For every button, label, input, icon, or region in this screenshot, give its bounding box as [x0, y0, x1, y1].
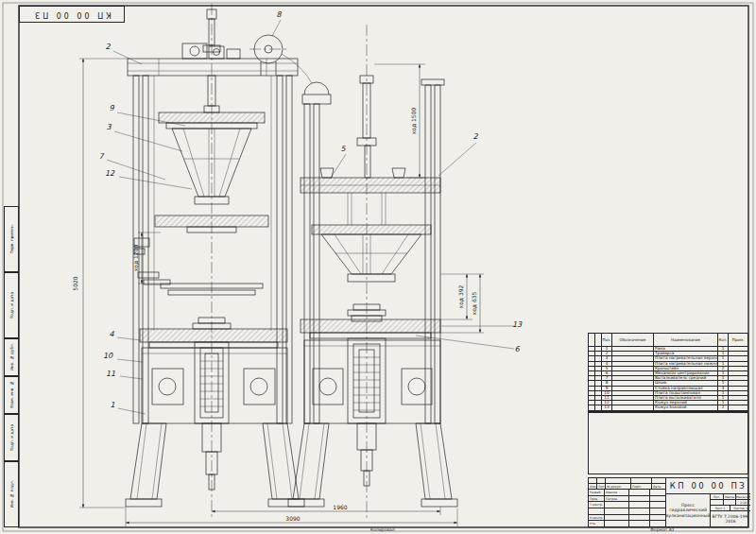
- title-block-row: Пров. Петров: [589, 496, 665, 503]
- sheets-cell: Листов 1: [730, 506, 750, 510]
- table-cell: 1: [718, 396, 729, 400]
- table-cell: [612, 347, 654, 351]
- table-cell: [589, 362, 595, 366]
- table-header-cell: [589, 334, 595, 346]
- title-block-cell: [629, 515, 650, 521]
- scale-value: 1:10: [736, 500, 750, 505]
- title-block-cell: [650, 515, 665, 521]
- sheets-label: Листов: [733, 507, 745, 510]
- margin-stamp: Подп. и дата: [4, 414, 19, 461]
- title-block-row: Разраб. Иванов: [589, 490, 665, 496]
- table-cell: [595, 381, 602, 385]
- table-cell: 1: [718, 352, 729, 355]
- sheet-cell: Лист 1: [711, 506, 730, 510]
- table-cell: 1: [718, 356, 729, 360]
- table-cell: 1: [718, 381, 729, 385]
- table-cell: [612, 371, 654, 375]
- title-block-cell: [629, 496, 650, 502]
- title-block-cell: [629, 502, 650, 508]
- copied-by-note: Копировал: [370, 527, 395, 532]
- role-label: Н.контр.: [589, 515, 605, 521]
- title-block-cell: [631, 478, 652, 483]
- table-cell: [595, 387, 602, 390]
- margin-stamp-label: Подп. и дата: [9, 424, 14, 452]
- table-row: [589, 412, 747, 413]
- table-cell: Траверса: [654, 352, 718, 355]
- table-cell: [729, 381, 747, 385]
- sheet-value: 1: [724, 507, 726, 510]
- table-cell: Шкив: [654, 381, 718, 385]
- table-cell: [729, 405, 747, 409]
- table-cell: 4: [718, 387, 729, 390]
- margin-stamp: Инв. № дубл.: [4, 338, 19, 376]
- table-cell: 7: [602, 376, 612, 380]
- margin-stamp: Подп. и дата: [4, 272, 19, 338]
- table-cell: 12: [602, 401, 612, 405]
- table-cell: [589, 391, 595, 395]
- title-block-revision-area: Изм. Лист № докум. Подп. Дата Разраб. Ив…: [589, 478, 665, 526]
- table-header-cell: Обозначение: [612, 334, 654, 346]
- title-block-cell: [606, 478, 631, 483]
- table-cell: [589, 381, 595, 385]
- table-cell: Стойка направляющая: [654, 387, 718, 390]
- center-lines: [212, 4, 367, 518]
- title-block-cell: [650, 521, 665, 526]
- margin-stamp-label: Перв. примен.: [9, 224, 14, 253]
- role-name: Иванов: [605, 490, 629, 495]
- title-block-cell: Лист: [597, 484, 606, 489]
- drawing-title: Пресс гидравлический вулканизационный: [666, 494, 711, 526]
- role-label: Разраб.: [589, 490, 605, 495]
- table-cell: 1: [718, 371, 729, 375]
- sheets-value: 1: [746, 507, 747, 510]
- callout-number: 5: [340, 145, 346, 153]
- table-cell: 10: [602, 391, 612, 395]
- table-cell: [729, 387, 747, 390]
- title-block-cell: [629, 490, 650, 495]
- dim-stroke-a: ход 392: [457, 284, 464, 308]
- title-block-row: Т.контр.: [589, 502, 665, 508]
- table-cell: 6: [602, 371, 612, 375]
- table-cell: [729, 362, 747, 366]
- table-cell: [595, 376, 602, 380]
- table-cell: [729, 352, 747, 355]
- table-cell: [595, 405, 602, 409]
- callout-number: 2: [105, 43, 111, 51]
- title-block-cell: [650, 496, 665, 502]
- title-block-cell: [589, 478, 597, 483]
- table-cell: 2: [602, 352, 612, 355]
- callout-number: 8: [276, 10, 282, 19]
- callout-number: 2: [472, 132, 478, 141]
- right-press-view: [254, 35, 457, 507]
- title-block-cell: [650, 502, 665, 508]
- table-cell: Кожух верхний: [654, 401, 718, 405]
- table-header-row: Поз. Обозначение Наименование Кол. Прим.: [589, 334, 747, 347]
- table-cell: [595, 352, 602, 355]
- callout-number: 11: [106, 370, 115, 378]
- table-cell: [589, 405, 595, 409]
- callout-number: 3: [106, 123, 112, 131]
- table-cell: 3: [602, 356, 612, 360]
- role-label: [589, 508, 605, 514]
- dim-inner-width: 1960: [333, 504, 347, 510]
- title-block-cell: Дата: [652, 484, 665, 489]
- table-cell: [729, 401, 747, 405]
- sheet-label: Лист: [714, 507, 722, 510]
- table-cell: Плита выталкивателя: [654, 396, 718, 400]
- mass-value: [724, 500, 736, 505]
- table-cell: [589, 396, 595, 400]
- table-header-cell: [595, 334, 602, 346]
- table-cell: [729, 367, 747, 370]
- callout-number: 4: [109, 330, 114, 338]
- title-block: Изм. Лист № докум. Подп. Дата Разраб. Ив…: [588, 477, 748, 527]
- table-cell: [612, 376, 654, 380]
- role-name: [605, 502, 629, 508]
- table-cell: Кожух боковой: [654, 405, 718, 409]
- role-name: Петров: [605, 496, 629, 502]
- table-cell: [612, 356, 654, 360]
- table-cell: Кронштейн: [654, 367, 718, 370]
- dim-overall-height: 5020: [72, 276, 78, 290]
- dim-stroke-left: ход 1200: [132, 245, 139, 272]
- table-cell: [589, 401, 595, 405]
- table-cell: [595, 391, 602, 395]
- table-cell: 11: [602, 396, 612, 400]
